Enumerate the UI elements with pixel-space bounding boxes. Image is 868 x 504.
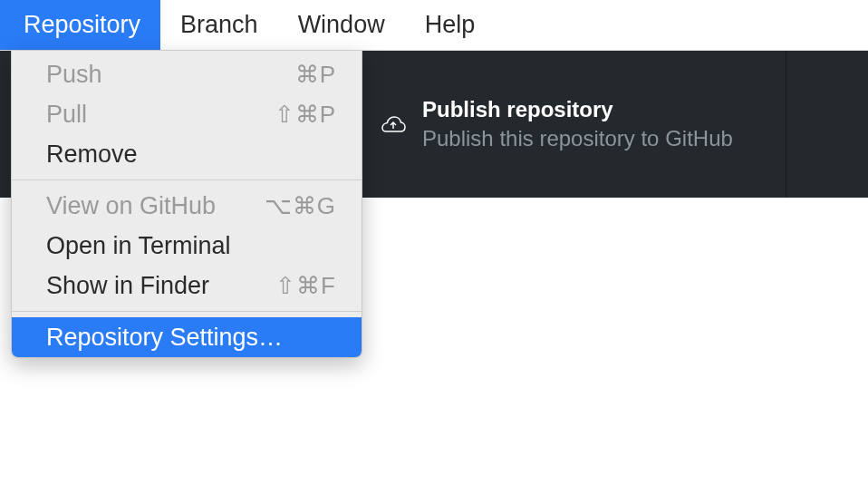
menu-item-view-on-github-label: View on GitHub	[46, 192, 216, 220]
menu-repository[interactable]: Repository	[0, 0, 160, 50]
menu-item-pull-label: Pull	[46, 101, 87, 129]
menu-item-push-label: Push	[46, 61, 102, 89]
menu-item-pull-shortcut: ⇧⌘P	[275, 101, 336, 129]
menu-item-view-on-github[interactable]: View on GitHub ⌥⌘G	[12, 186, 362, 226]
menu-item-open-in-terminal[interactable]: Open in Terminal	[12, 226, 362, 266]
menu-window-label: Window	[298, 11, 385, 39]
menu-window[interactable]: Window	[278, 0, 405, 50]
menu-item-push-shortcut: ⌘P	[295, 61, 336, 89]
menu-separator-2	[12, 311, 362, 312]
menu-item-remove-label: Remove	[46, 141, 138, 169]
cloud-upload-icon	[379, 115, 408, 137]
menu-item-show-in-finder-label: Show in Finder	[46, 272, 209, 300]
menu-separator-1	[12, 179, 362, 180]
publish-title: Publish repository	[422, 95, 733, 123]
menu-item-show-in-finder[interactable]: Show in Finder ⇧⌘F	[12, 266, 362, 305]
menu-branch[interactable]: Branch	[160, 0, 278, 50]
menu-help-label: Help	[425, 11, 476, 39]
menu-item-push[interactable]: Push ⌘P	[12, 54, 362, 94]
menu-repository-label: Repository	[24, 11, 140, 39]
menu-help[interactable]: Help	[405, 0, 496, 50]
toolbar-right-spacer	[786, 51, 868, 198]
menubar: Repository Branch Window Help	[0, 0, 868, 51]
menu-item-remove[interactable]: Remove	[12, 134, 362, 174]
menu-item-pull[interactable]: Pull ⇧⌘P	[12, 94, 362, 134]
menu-item-view-on-github-shortcut: ⌥⌘G	[265, 192, 336, 220]
repository-dropdown-menu: Push ⌘P Pull ⇧⌘P Remove View on GitHub ⌥…	[11, 51, 362, 358]
menu-item-repository-settings-label: Repository Settings…	[46, 324, 283, 352]
menu-item-repository-settings[interactable]: Repository Settings…	[12, 317, 362, 357]
publish-text-group: Publish repository Publish this reposito…	[422, 95, 733, 154]
menu-item-show-in-finder-shortcut: ⇧⌘F	[275, 272, 336, 300]
publish-subtitle: Publish this repository to GitHub	[422, 123, 733, 154]
publish-repository-button[interactable]: Publish repository Publish this reposito…	[362, 51, 786, 198]
menu-branch-label: Branch	[180, 11, 258, 39]
menu-item-open-in-terminal-label: Open in Terminal	[46, 232, 231, 260]
